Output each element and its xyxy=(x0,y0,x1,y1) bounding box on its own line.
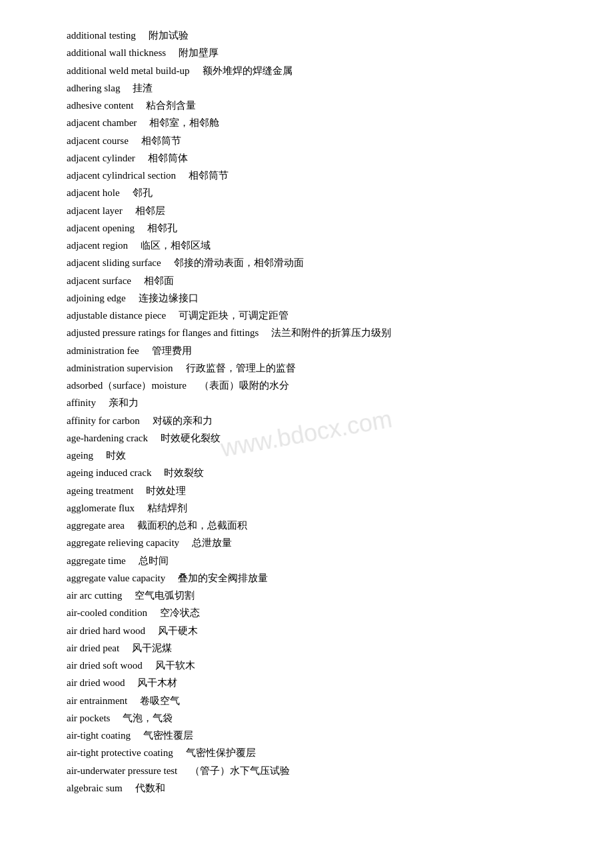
english-term: adjacent cylinder xyxy=(67,153,135,163)
chinese-translation: 空冷状态 xyxy=(150,607,200,618)
english-term: ageing xyxy=(67,450,93,461)
list-item: adjusted pressure ratings for flanges an… xyxy=(67,324,573,341)
english-term: additional testing xyxy=(67,30,136,41)
list-item: adjacent surface 相邻面 xyxy=(67,272,573,289)
english-term: adjacent sliding surface xyxy=(67,257,161,268)
list-item: air-tight protective coating 气密性保护覆层 xyxy=(67,744,573,761)
english-term: adjacent layer xyxy=(67,205,123,216)
english-term: aggregate time xyxy=(67,555,126,566)
chinese-translation: 风干泥煤 xyxy=(122,643,172,653)
english-term: adjusted pressure ratings for flanges an… xyxy=(67,327,259,338)
list-item: air-tight coating 气密性覆层 xyxy=(67,727,573,744)
chinese-translation: （表面）吸附的水分 xyxy=(189,380,289,391)
chinese-translation: 总时间 xyxy=(129,555,169,566)
list-item: air dried hard wood 风干硬木 xyxy=(67,622,573,639)
list-item: adjoining edge 连接边缘接口 xyxy=(67,289,573,307)
chinese-translation: （管子）水下气压试验 xyxy=(180,765,290,776)
english-term: adjustable distance piece xyxy=(67,310,166,321)
english-term: ageing treatment xyxy=(67,485,133,496)
list-item: adhering slag 挂渣 xyxy=(67,79,573,97)
chinese-translation: 代数和 xyxy=(125,783,165,793)
list-item: administration supervision 行政监督，管理上的监督 xyxy=(67,359,573,377)
list-item: adjacent cylindrical section 相邻筒节 xyxy=(67,167,573,184)
list-item: adjacent cylinder 相邻筒体 xyxy=(67,149,573,167)
list-item: agglomerate flux 粘结焊剂 xyxy=(67,499,573,517)
english-term: ageing induced crack xyxy=(67,467,151,478)
list-item: adjacent chamber 相邻室，相邻舱 xyxy=(67,114,573,131)
chinese-translation: 叠加的安全阀排放量 xyxy=(168,573,268,583)
chinese-translation: 时效裂纹 xyxy=(154,467,204,478)
list-item: adjacent opening 相邻孔 xyxy=(67,219,573,237)
chinese-translation: 附加壁厚 xyxy=(169,47,219,58)
chinese-translation: 时效处理 xyxy=(136,485,186,496)
english-term: adhering slag xyxy=(67,83,120,93)
english-term: air-tight protective coating xyxy=(67,747,173,758)
chinese-translation: 临区，相邻区域 xyxy=(131,240,211,251)
list-item: adhesive content 粘合剂含量 xyxy=(67,97,573,114)
list-item: additional wall thickness 附加壁厚 xyxy=(67,44,573,61)
chinese-translation: 相邻室，相邻舱 xyxy=(139,117,219,128)
chinese-translation: 可调定距块，可调定距管 xyxy=(169,310,289,321)
chinese-translation: 相邻层 xyxy=(125,205,165,216)
dictionary-content: additional testing 附加试验additional wall t… xyxy=(67,27,573,797)
chinese-translation: 附加试验 xyxy=(139,30,189,41)
english-term: air arc cutting xyxy=(67,590,122,601)
list-item: air dried peat 风干泥煤 xyxy=(67,639,573,657)
chinese-translation: 气泡，气袋 xyxy=(113,713,173,723)
chinese-translation: 风干硬木 xyxy=(148,625,198,636)
list-item: administration fee 管理费用 xyxy=(67,342,573,359)
chinese-translation: 相邻面 xyxy=(134,275,174,286)
list-item: algebraic sum 代数和 xyxy=(67,779,573,797)
english-term: air pockets xyxy=(67,713,110,723)
list-item: adsorbed（surface）moisture （表面）吸附的水分 xyxy=(67,377,573,394)
list-item: air pockets 气泡，气袋 xyxy=(67,709,573,727)
english-term: air dried peat xyxy=(67,643,119,653)
english-term: adhesive content xyxy=(67,100,133,111)
chinese-translation: 时效硬化裂纹 xyxy=(151,433,221,443)
chinese-translation: 行政监督，管理上的监督 xyxy=(176,363,296,373)
english-term: adjacent course xyxy=(67,135,129,146)
chinese-translation: 相邻筒体 xyxy=(138,153,188,163)
list-item: adjacent layer 相邻层 xyxy=(67,202,573,219)
list-item: air entrainment 卷吸空气 xyxy=(67,692,573,709)
chinese-translation: 挂渣 xyxy=(123,83,153,93)
list-item: aggregate time 总时间 xyxy=(67,552,573,569)
list-item: adjacent region 临区，相邻区域 xyxy=(67,237,573,254)
list-item: aggregate relieving capacity 总泄放量 xyxy=(67,534,573,551)
chinese-translation: 额外堆焊的焊缝金属 xyxy=(193,65,293,76)
list-item: additional weld metal build-up 额外堆焊的焊缝金属 xyxy=(67,62,573,79)
list-item: ageing induced crack 时效裂纹 xyxy=(67,464,573,481)
english-term: aggregate relieving capacity xyxy=(67,537,179,548)
english-term: additional weld metal build-up xyxy=(67,65,190,76)
chinese-translation: 法兰和附件的折算压力级别 xyxy=(261,327,391,338)
list-item: air-underwater pressure test （管子）水下气压试验 xyxy=(67,762,573,779)
list-item: ageing 时效 xyxy=(67,447,573,464)
chinese-translation: 粘结焊剂 xyxy=(137,503,187,513)
english-term: agglomerate flux xyxy=(67,503,135,513)
chinese-translation: 空气电弧切割 xyxy=(125,590,195,601)
list-item: air dried soft wood 风干软木 xyxy=(67,657,573,674)
english-term: adjoining edge xyxy=(67,293,126,303)
list-item: age-hardening crack 时效硬化裂纹 xyxy=(67,429,573,447)
chinese-translation: 粘合剂含量 xyxy=(136,100,196,111)
chinese-translation: 卷吸空气 xyxy=(130,695,180,706)
list-item: affinity for carbon 对碳的亲和力 xyxy=(67,412,573,429)
chinese-translation: 气密性保护覆层 xyxy=(176,747,256,758)
english-term: adjacent opening xyxy=(67,223,135,233)
chinese-translation: 时效 xyxy=(96,450,126,461)
chinese-translation: 邻接的滑动表面，相邻滑动面 xyxy=(164,257,304,268)
list-item: air arc cutting 空气电弧切割 xyxy=(67,587,573,604)
english-term: air dried hard wood xyxy=(67,625,145,636)
list-item: additional testing 附加试验 xyxy=(67,27,573,44)
english-term: algebraic sum xyxy=(67,783,123,793)
english-term: aggregate value capacity xyxy=(67,573,165,583)
english-term: air entrainment xyxy=(67,695,127,706)
english-term: air-underwater pressure test xyxy=(67,765,177,776)
english-term: adjacent hole xyxy=(67,187,120,198)
list-item: adjacent course 相邻筒节 xyxy=(67,132,573,149)
list-item: air-cooled condition 空冷状态 xyxy=(67,604,573,621)
chinese-translation: 邻孔 xyxy=(123,187,153,198)
list-item: adjacent sliding surface 邻接的滑动表面，相邻滑动面 xyxy=(67,254,573,271)
chinese-translation: 相邻筒节 xyxy=(131,135,181,146)
english-term: affinity for carbon xyxy=(67,415,140,426)
